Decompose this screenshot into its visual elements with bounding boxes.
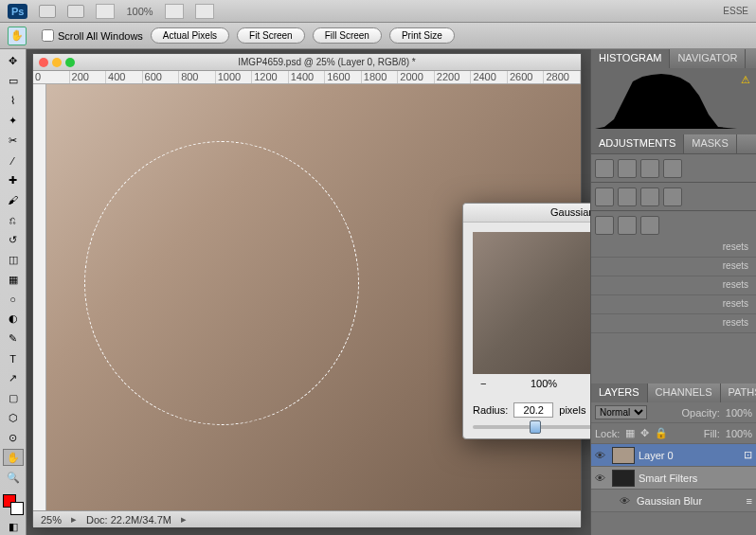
ruler-vertical[interactable]: [33, 84, 46, 510]
zoom-out-button[interactable]: −: [480, 378, 486, 389]
maximize-icon[interactable]: [65, 58, 75, 67]
radius-input[interactable]: [513, 402, 553, 418]
hand-tool-icon[interactable]: ✋: [8, 27, 27, 45]
3d-camera-tool[interactable]: ⊙: [3, 430, 24, 447]
close-icon[interactable]: [39, 58, 48, 67]
chevron-right-icon[interactable]: ▸: [71, 513, 77, 526]
dodge-tool[interactable]: ◐: [3, 311, 24, 328]
eraser-tool[interactable]: ◫: [3, 251, 24, 268]
fill-value[interactable]: 100%: [726, 428, 752, 439]
minimize-icon[interactable]: [52, 58, 62, 67]
tab-layers[interactable]: LAYERS: [591, 383, 648, 402]
adj-threshold-icon[interactable]: [640, 216, 659, 235]
scroll-all-checkbox[interactable]: Scroll All Windows: [42, 29, 143, 42]
layer-name[interactable]: Layer 0: [639, 450, 674, 461]
pen-tool[interactable]: ✎: [3, 330, 24, 348]
tab-navigator[interactable]: NAVIGATOR: [670, 49, 746, 68]
stamp-tool[interactable]: ⎌: [3, 211, 24, 228]
adj-levels-icon[interactable]: [618, 159, 637, 178]
quickmask-toggle[interactable]: ◧: [3, 518, 24, 535]
marquee-tool[interactable]: ▭: [3, 73, 24, 90]
visibility-icon[interactable]: 👁: [595, 473, 608, 484]
view-extras-dropdown[interactable]: [96, 4, 115, 19]
history-brush-tool[interactable]: ↺: [3, 231, 24, 248]
slider-handle[interactable]: [530, 420, 541, 434]
adj-posterize-icon[interactable]: [618, 216, 637, 235]
opacity-value[interactable]: 100%: [726, 407, 752, 419]
3d-tool[interactable]: ⬡: [3, 410, 24, 427]
adjustment-icons-row: [591, 153, 756, 182]
preset-row[interactable]: resets: [591, 314, 756, 333]
lock-position-icon[interactable]: ✥: [640, 427, 649, 439]
shape-tool[interactable]: ▢: [3, 390, 24, 407]
visibility-icon[interactable]: 👁: [595, 450, 608, 461]
brush-tool[interactable]: 🖌: [3, 191, 24, 208]
adj-photo-filter-icon[interactable]: [663, 187, 682, 206]
warning-icon[interactable]: ⚠: [741, 74, 750, 86]
mini-bridge-icon[interactable]: [67, 5, 84, 18]
adj-vibrance-icon[interactable]: [595, 187, 614, 206]
visibility-icon[interactable]: 👁: [620, 495, 633, 507]
blend-mode-select[interactable]: Normal: [595, 405, 647, 419]
lock-all-icon[interactable]: 🔒: [655, 427, 668, 439]
tab-masks[interactable]: MASKS: [684, 134, 737, 153]
print-size-button[interactable]: Print Size: [389, 27, 455, 44]
filter-mask-thumbnail[interactable]: [612, 470, 635, 487]
launch-bridge-icon[interactable]: [39, 5, 56, 18]
status-doc-size[interactable]: Doc: 22.2M/34.7M: [86, 514, 171, 526]
hand-tool[interactable]: ✋: [3, 449, 24, 466]
lock-pixels-icon[interactable]: ▦: [625, 427, 635, 439]
filter-options-icon[interactable]: ≡: [747, 495, 752, 507]
chevron-right-icon[interactable]: ▸: [181, 513, 187, 526]
tools-panel: ✥ ▭ ⌇ ✦ ✂ ∕ ✚ 🖌 ⎌ ↺ ◫ ▦ ○ ◐ ✎ T ↗ ▢ ⬡ ⊙ …: [0, 49, 27, 535]
radius-slider[interactable]: [473, 425, 590, 429]
filter-name[interactable]: Gaussian Blur: [637, 495, 702, 507]
move-tool[interactable]: ✥: [3, 53, 24, 70]
fill-screen-button[interactable]: Fill Screen: [313, 27, 382, 44]
tab-histogram[interactable]: HISTOGRAM: [591, 49, 670, 68]
adj-invert-icon[interactable]: [595, 216, 614, 235]
preset-row[interactable]: resets: [591, 295, 756, 314]
workspace-label[interactable]: ESSE: [723, 6, 748, 16]
tab-channels[interactable]: CHANNELS: [648, 383, 721, 402]
zoom-tool[interactable]: 🔍: [3, 469, 24, 486]
adj-bw-icon[interactable]: [640, 187, 659, 206]
layer-row[interactable]: 👁 Layer 0 ⊡: [591, 444, 756, 467]
adj-brightness-icon[interactable]: [595, 159, 614, 178]
preset-row[interactable]: resets: [591, 276, 756, 295]
smart-filters-row[interactable]: 👁 Smart Filters: [591, 467, 756, 490]
ruler-horizontal[interactable]: 0200400600800100012001400160018002000220…: [33, 71, 581, 84]
zoom-level[interactable]: 100%: [126, 6, 153, 17]
eyedropper-tool[interactable]: ∕: [3, 152, 24, 169]
heal-tool[interactable]: ✚: [3, 172, 24, 189]
path-tool[interactable]: ↗: [3, 370, 24, 387]
crop-tool[interactable]: ✂: [3, 133, 24, 150]
preview-zoom: 100%: [531, 378, 557, 389]
tab-adjustments[interactable]: ADJUSTMENTS: [591, 134, 684, 153]
fill-label: Fill:: [704, 428, 720, 439]
tab-paths[interactable]: PATHS: [721, 383, 757, 402]
adj-curves-icon[interactable]: [640, 159, 659, 178]
arrange-docs-dropdown[interactable]: [165, 4, 184, 19]
app-menubar: Ps 100% ESSE: [0, 0, 756, 23]
type-tool[interactable]: T: [3, 350, 24, 367]
adj-exposure-icon[interactable]: [663, 159, 682, 178]
status-zoom[interactable]: 25%: [41, 514, 62, 526]
fit-screen-button[interactable]: Fit Screen: [237, 27, 305, 44]
actual-pixels-button[interactable]: Actual Pixels: [151, 27, 229, 44]
blur-tool[interactable]: ○: [3, 291, 24, 308]
screen-mode-dropdown[interactable]: [195, 4, 214, 19]
dialog-title: Gaussian Blur: [463, 204, 590, 223]
wand-tool[interactable]: ✦: [3, 113, 24, 130]
layer-thumbnail[interactable]: [612, 447, 635, 464]
preset-row[interactable]: resets: [591, 258, 756, 276]
adj-hue-icon[interactable]: [618, 187, 637, 206]
gradient-tool[interactable]: ▦: [3, 271, 24, 288]
app-logo: Ps: [8, 4, 27, 19]
lasso-tool[interactable]: ⌇: [3, 93, 24, 110]
filter-row[interactable]: 👁 Gaussian Blur ≡: [591, 490, 756, 512]
preset-row[interactable]: resets: [591, 239, 756, 258]
filter-preview[interactable]: [473, 232, 590, 374]
radius-unit: pixels: [559, 404, 585, 416]
color-swatch[interactable]: [3, 494, 24, 515]
